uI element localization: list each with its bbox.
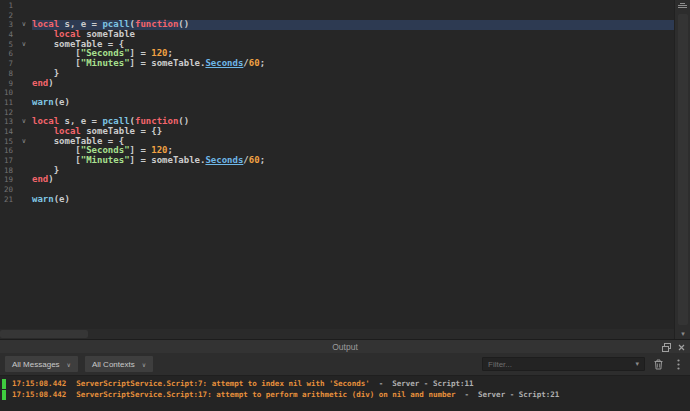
fold-chevron-icon[interactable]: ∨ — [16, 20, 32, 30]
code-text[interactable] — [32, 1, 674, 11]
line-number[interactable]: 14 — [0, 127, 16, 137]
token-keyword: function — [135, 116, 178, 126]
token-text — [32, 29, 54, 39]
code-text[interactable]: warn(e) — [32, 195, 674, 205]
line-number[interactable]: 12 — [0, 108, 16, 118]
fold-gutter-spacer — [16, 69, 32, 79]
line-number[interactable]: 4 — [0, 30, 16, 40]
token-text: someTable = { — [32, 136, 124, 146]
code-line: 18 } — [0, 166, 674, 176]
code-text[interactable]: } — [32, 69, 674, 79]
line-number[interactable]: 9 — [0, 79, 16, 89]
fold-gutter-spacer — [16, 166, 32, 176]
close-icon[interactable] — [677, 343, 686, 352]
log-timestamp: 17:15:08.442 — [12, 389, 66, 400]
log-status-marker — [2, 379, 6, 389]
token-text: s, e = — [59, 116, 102, 126]
filter-input[interactable] — [488, 360, 635, 369]
code-lines-container: 123∨local s, e = pcall(function()4 local… — [0, 1, 674, 204]
fold-gutter-spacer — [16, 146, 32, 156]
token-text: s, e = — [59, 19, 102, 29]
vertical-scrollbar-thumb[interactable] — [678, 14, 688, 325]
line-number[interactable]: 17 — [0, 156, 16, 166]
line-number[interactable]: 21 — [0, 195, 16, 205]
filter-dropdown-icon[interactable]: ▾ — [635, 360, 639, 368]
log-source: - Server - Script:11 — [370, 378, 474, 389]
token-text: ; — [260, 155, 265, 165]
line-number[interactable]: 20 — [0, 185, 16, 195]
token-keyword: local — [54, 29, 81, 39]
line-number[interactable]: 7 — [0, 59, 16, 69]
fold-gutter-spacer — [16, 127, 32, 137]
code-text[interactable]: end) — [32, 175, 674, 185]
code-text[interactable]: warn(e) — [32, 98, 674, 108]
kebab-menu-icon[interactable] — [672, 357, 685, 371]
token-text: () — [178, 19, 189, 29]
code-line: 21warn(e) — [0, 195, 674, 205]
chevron-down-icon: ∨ — [67, 361, 71, 368]
code-text[interactable]: local someTable = {} — [32, 127, 674, 137]
horizontal-scrollbar-thumb[interactable] — [0, 330, 88, 338]
code-line: 1 — [0, 1, 674, 11]
token-text: ) — [48, 78, 53, 88]
code-text[interactable]: end) — [32, 79, 674, 89]
line-number[interactable]: 15 — [0, 137, 16, 147]
script-editor[interactable]: 123∨local s, e = pcall(function()4 local… — [0, 0, 690, 339]
token-text: ] = someTable. — [130, 58, 206, 68]
token-text: () — [178, 116, 189, 126]
fold-chevron-icon[interactable]: ∨ — [16, 117, 32, 127]
scrollbar-menu-icon[interactable] — [678, 3, 687, 10]
line-number[interactable]: 1 — [0, 1, 16, 11]
fold-gutter-spacer — [16, 98, 32, 108]
scroll-down-arrow-icon[interactable]: ▾ — [675, 329, 690, 338]
output-log-row[interactable]: 17:15:08.442ServerScriptService.Script:7… — [0, 378, 690, 389]
fold-chevron-icon[interactable]: ∨ — [16, 137, 32, 147]
line-number[interactable]: 16 — [0, 146, 16, 156]
all-messages-dropdown[interactable]: All Messages ∨ — [5, 356, 78, 372]
log-source: - Server - Script:21 — [455, 389, 559, 400]
token-text: (e) — [54, 97, 70, 107]
fold-chevron-icon[interactable]: ∨ — [16, 40, 32, 50]
fold-gutter-spacer — [16, 185, 32, 195]
line-number[interactable]: 6 — [0, 49, 16, 59]
clear-output-trash-icon[interactable] — [652, 357, 665, 371]
line-number[interactable]: 10 — [0, 88, 16, 98]
all-messages-label: All Messages — [12, 360, 60, 369]
code-text[interactable]: ["Minutes"] = someTable.Seconds/60; — [32, 156, 674, 166]
line-number[interactable]: 11 — [0, 98, 16, 108]
filter-input-box[interactable]: ▾ — [482, 357, 645, 371]
code-line: 17 ["Minutes"] = someTable.Seconds/60; — [0, 156, 674, 166]
line-number[interactable]: 2 — [0, 11, 16, 21]
token-string: "Minutes" — [81, 58, 130, 68]
token-text — [32, 126, 54, 136]
fold-gutter-spacer — [16, 49, 32, 59]
all-contexts-dropdown[interactable]: All Contexts ∨ — [85, 356, 153, 372]
token-text: } — [32, 165, 59, 175]
line-number[interactable]: 19 — [0, 175, 16, 185]
code-text[interactable]: } — [32, 166, 674, 176]
code-text[interactable]: local someTable — [32, 30, 674, 40]
float-window-icon[interactable] — [662, 343, 671, 352]
line-number[interactable]: 13 — [0, 117, 16, 127]
token-keyword: local — [54, 126, 81, 136]
vertical-scrollbar[interactable]: ▾ — [674, 0, 690, 339]
code-text[interactable] — [32, 185, 674, 195]
line-number[interactable]: 18 — [0, 166, 16, 176]
line-number[interactable]: 3 — [0, 20, 16, 30]
fold-gutter-spacer — [16, 88, 32, 98]
horizontal-scrollbar[interactable] — [0, 329, 674, 339]
token-text: [ — [32, 48, 81, 58]
code-text[interactable] — [32, 88, 674, 98]
code-line: 20 — [0, 185, 674, 195]
output-log-row[interactable]: 17:15:08.442ServerScriptService.Script:1… — [0, 389, 690, 400]
output-panel: Output All Messages ∨ All Contexts ∨ ▾ — [0, 339, 690, 411]
token-text: } — [32, 68, 59, 78]
code-text[interactable]: ["Minutes"] = someTable.Seconds/60; — [32, 59, 674, 69]
fold-gutter-spacer — [16, 1, 32, 11]
token-keyword: local — [32, 116, 59, 126]
line-number[interactable]: 8 — [0, 69, 16, 79]
fold-gutter-spacer — [16, 79, 32, 89]
output-header-icons — [662, 340, 686, 354]
line-number[interactable]: 5 — [0, 40, 16, 50]
code-line: 7 ["Minutes"] = someTable.Seconds/60; — [0, 59, 674, 69]
